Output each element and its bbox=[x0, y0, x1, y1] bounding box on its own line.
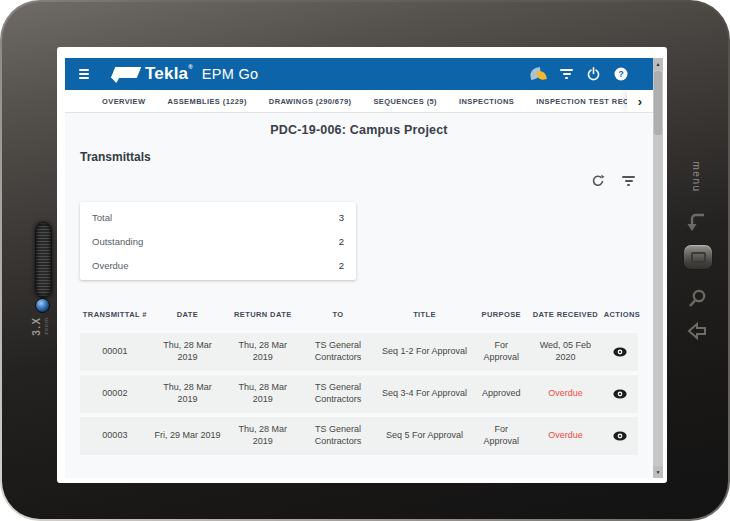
eye-icon bbox=[613, 347, 627, 357]
col-actions: ACTIONS bbox=[602, 310, 638, 320]
cell-to: TS General Contractors bbox=[300, 382, 375, 405]
cell-date-received: Overdue bbox=[529, 430, 602, 442]
tabs-scroll-right-chevron-icon[interactable]: › bbox=[627, 90, 653, 112]
scrollbar-thumb[interactable] bbox=[654, 71, 662, 135]
tab-bar: OVERVIEW ASSEMBLIES (1229) DRAWINGS (290… bbox=[65, 90, 653, 113]
tablet-screen: Tekla® EPM Go ? bbox=[57, 47, 667, 483]
refresh-icon bbox=[591, 174, 605, 188]
summary-label: Total bbox=[92, 212, 112, 223]
col-to: TO bbox=[300, 310, 375, 320]
scrollbar-down-arrow-icon[interactable]: ▼ bbox=[653, 466, 663, 478]
tablet-bezel: 3.X zoom menu bbox=[2, 2, 728, 519]
trimble-logo-icon bbox=[530, 67, 547, 81]
device-home-button[interactable] bbox=[683, 244, 713, 270]
cell-purpose: For Approval bbox=[473, 340, 529, 363]
cell-date: Thu, 28 Mar 2019 bbox=[150, 340, 225, 363]
scrollbar-up-arrow-icon[interactable]: ▲ bbox=[653, 58, 663, 70]
summary-card: Total 3 Outstanding 2 Overdue 2 bbox=[80, 202, 356, 280]
side-scroll-wheel[interactable] bbox=[35, 222, 52, 298]
registered-mark: ® bbox=[188, 64, 193, 70]
view-action-button[interactable] bbox=[605, 347, 635, 357]
tekla-logo-icon bbox=[109, 65, 141, 83]
app-name: EPM Go bbox=[202, 66, 259, 82]
cell-date-received: Wed, 05 Feb 2020 bbox=[529, 340, 602, 363]
brand-name: Tekla® bbox=[145, 64, 193, 84]
cell-return-date: Thu, 28 Mar 2019 bbox=[225, 340, 300, 363]
summary-label: Overdue bbox=[92, 260, 128, 271]
cell-transmittal-number: 00003 bbox=[80, 430, 150, 442]
page-content: PDC-19-006: Campus Project Transmittals bbox=[65, 113, 653, 478]
cell-date: Thu, 28 Mar 2019 bbox=[150, 382, 225, 405]
zoom-label: 3.X zoom bbox=[22, 294, 58, 358]
cell-to: TS General Contractors bbox=[300, 424, 375, 447]
col-date-received: DATE RECEIVED bbox=[529, 310, 602, 320]
col-title: TITLE bbox=[376, 310, 474, 320]
cell-date: Fri, 29 Mar 2019 bbox=[150, 430, 225, 442]
summary-row-overdue: Overdue 2 bbox=[92, 253, 344, 277]
hamburger-menu-icon[interactable] bbox=[79, 69, 89, 79]
device-back-button[interactable] bbox=[685, 320, 709, 347]
cell-title: Seq 3-4 For Approval bbox=[376, 388, 474, 400]
app-window: Tekla® EPM Go ? bbox=[65, 58, 663, 478]
power-icon[interactable] bbox=[586, 66, 601, 82]
table-row[interactable]: 00002 Thu, 28 Mar 2019 Thu, 28 Mar 2019 … bbox=[80, 375, 638, 413]
cell-to: TS General Contractors bbox=[300, 340, 375, 363]
app-header: Tekla® EPM Go ? bbox=[65, 58, 653, 90]
tab-inspections[interactable]: INSPECTIONS bbox=[448, 97, 525, 106]
page-title: PDC-19-006: Campus Project bbox=[65, 123, 653, 137]
eye-icon bbox=[613, 431, 627, 441]
table-row[interactable]: 00003 Fri, 29 Mar 2019 Thu, 28 Mar 2019 … bbox=[80, 417, 638, 455]
view-action-button[interactable] bbox=[605, 431, 635, 441]
filter-icon bbox=[622, 176, 635, 186]
zoom-label-text: 3.X bbox=[31, 316, 42, 336]
tablet-mockup: 3.X zoom menu bbox=[0, 0, 730, 521]
toolbar bbox=[65, 173, 635, 189]
eye-icon bbox=[613, 389, 627, 399]
summary-value: 2 bbox=[339, 260, 344, 271]
cell-purpose: Approved bbox=[473, 388, 529, 400]
summary-row-total: Total 3 bbox=[92, 205, 344, 229]
search-icon bbox=[687, 288, 708, 309]
col-return-date: RETURN DATE bbox=[225, 310, 300, 320]
summary-row-outstanding: Outstanding 2 bbox=[92, 229, 344, 253]
device-search-button[interactable] bbox=[687, 288, 708, 313]
cell-date-received: Overdue bbox=[529, 388, 602, 400]
col-purpose: PURPOSE bbox=[473, 310, 529, 320]
back-arrow-icon bbox=[685, 320, 709, 343]
wifi-icon[interactable] bbox=[560, 69, 573, 79]
cell-return-date: Thu, 28 Mar 2019 bbox=[225, 424, 300, 447]
col-date: DATE bbox=[150, 310, 225, 320]
menu-label: menu bbox=[684, 151, 708, 203]
cell-transmittal-number: 00002 bbox=[80, 388, 150, 400]
summary-value: 2 bbox=[339, 236, 344, 247]
tab-sequences[interactable]: SEQUENCES (5) bbox=[362, 97, 448, 106]
cell-title: Seq 1-2 For Approval bbox=[376, 346, 474, 358]
tab-assemblies[interactable]: ASSEMBLIES (1229) bbox=[157, 97, 258, 106]
section-title: Transmittals bbox=[80, 150, 653, 164]
tab-overview[interactable]: OVERVIEW bbox=[91, 97, 157, 106]
tab-drawings[interactable]: DRAWINGS (290/679) bbox=[258, 97, 363, 106]
summary-value: 3 bbox=[339, 212, 344, 223]
zoom-sublabel-text: zoom bbox=[43, 317, 49, 334]
device-return-button[interactable] bbox=[686, 210, 708, 238]
table-header: TRANSMITTAL # DATE RETURN DATE TO TITLE … bbox=[80, 302, 638, 328]
cell-purpose: For Approval bbox=[473, 424, 529, 447]
filter-button[interactable] bbox=[622, 176, 635, 186]
svg-text:?: ? bbox=[618, 69, 624, 79]
return-arrow-icon bbox=[686, 210, 708, 234]
summary-label: Outstanding bbox=[92, 236, 143, 247]
refresh-button[interactable] bbox=[591, 174, 605, 188]
table-row[interactable]: 00001 Thu, 28 Mar 2019 Thu, 28 Mar 2019 … bbox=[80, 333, 638, 371]
cell-title: Seq 5 For Approval bbox=[376, 430, 474, 442]
vertical-scrollbar[interactable]: ▲ ▼ bbox=[653, 58, 663, 478]
help-icon[interactable]: ? bbox=[614, 67, 628, 81]
home-icon bbox=[691, 252, 706, 263]
cell-return-date: Thu, 28 Mar 2019 bbox=[225, 382, 300, 405]
cell-transmittal-number: 00001 bbox=[80, 346, 150, 358]
view-action-button[interactable] bbox=[605, 389, 635, 399]
col-transmittal-number: TRANSMITTAL # bbox=[80, 310, 150, 320]
